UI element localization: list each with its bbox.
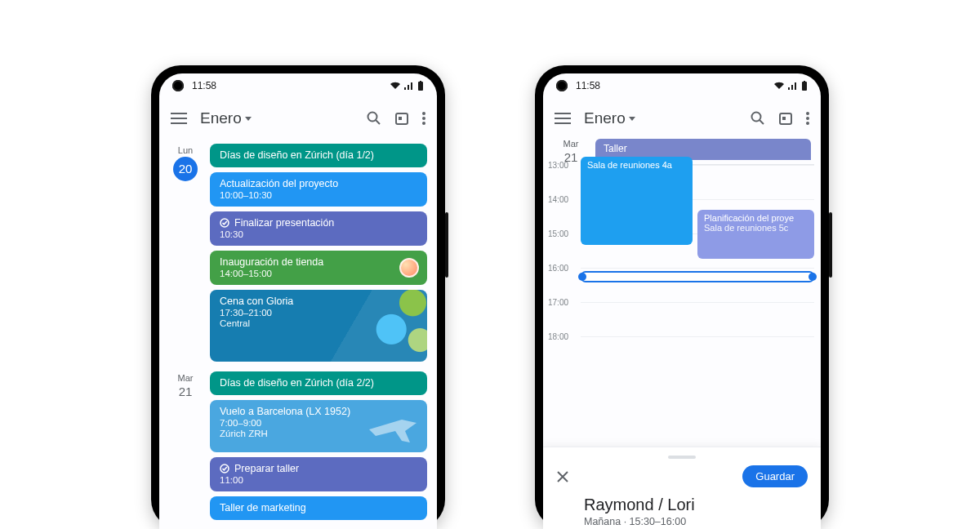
svg-point-6	[422, 117, 425, 120]
search-icon[interactable]	[751, 111, 765, 126]
hour-label: 18:00	[548, 332, 568, 341]
airplane-icon	[365, 405, 422, 448]
day-section: Lun20Días de diseño en Zúrich (día 1/2)A…	[167, 144, 427, 367]
svg-point-16	[806, 117, 809, 120]
check-circle-icon	[220, 218, 229, 228]
svg-point-5	[422, 112, 425, 115]
hour-label: 13:00	[548, 161, 568, 170]
allday-title: Taller	[604, 143, 627, 154]
svg-rect-11	[804, 81, 805, 82]
event-card[interactable]: Finalizar presentación10:30	[210, 211, 427, 246]
event-card[interactable]: Días de diseño en Zúrich (día 2/2)	[210, 371, 427, 395]
wifi-icon	[390, 82, 401, 90]
hour-line	[581, 336, 814, 337]
status-right	[773, 81, 808, 91]
save-button[interactable]: Guardar	[742, 465, 808, 487]
svg-rect-10	[802, 82, 807, 91]
event-card[interactable]: Actualización del proyecto10:00–10:30	[210, 172, 427, 207]
svg-point-7	[422, 122, 425, 125]
dom: 21	[167, 385, 203, 398]
status-time: 11:58	[192, 80, 216, 91]
day-label: Lun20	[167, 144, 203, 367]
hour-label: 15:00	[548, 229, 568, 238]
svg-rect-4	[399, 117, 402, 120]
event-card[interactable]: Taller de marketing	[210, 496, 427, 520]
svg-point-2	[368, 113, 377, 122]
hour-label: 14:00	[548, 195, 568, 204]
month-picker[interactable]: Enero	[200, 109, 252, 127]
event-title: Sala de reuniones 4a	[587, 160, 686, 170]
event-title: Días de diseño en Zúrich (día 1/2)	[220, 149, 417, 161]
month-picker[interactable]: Enero	[584, 109, 635, 127]
screen: 11:58 Enero Mar 21 Taller	[543, 73, 821, 529]
status-time: 11:58	[576, 80, 600, 91]
svg-rect-14	[782, 117, 786, 120]
time-selection[interactable]	[581, 271, 814, 282]
svg-point-12	[752, 113, 761, 122]
event-card[interactable]: Preparar taller11:00	[210, 457, 427, 491]
dow: Lun	[167, 145, 203, 155]
event-time: 10:00–10:30	[220, 190, 417, 200]
phone-left: 11:58 Enero Lun20Días de diseño en Zúric…	[151, 65, 445, 529]
hour-label: 16:00	[548, 264, 568, 273]
chevron-down-icon	[245, 117, 252, 121]
signal-icon	[404, 82, 414, 90]
schedule-list[interactable]: Lun20Días de diseño en Zúrich (día 1/2)A…	[159, 144, 437, 525]
hour-line	[581, 302, 814, 303]
dom: 20	[173, 157, 198, 181]
wifi-icon	[773, 82, 785, 90]
event-title: Finalizar presentación	[220, 217, 417, 229]
more-vert-icon[interactable]	[806, 112, 809, 125]
event-block[interactable]: Sala de reuniones 4a	[581, 157, 693, 245]
battery-icon	[417, 81, 424, 91]
event-time: 10:30	[220, 229, 417, 239]
phone-right: 11:58 Enero Mar 21 Taller	[535, 65, 829, 529]
day-label: Mar21	[167, 371, 203, 525]
app-bar: Enero	[543, 98, 821, 139]
hour-label: 17:00	[548, 298, 568, 307]
status-bar: 11:58	[543, 73, 821, 98]
close-icon[interactable]	[556, 470, 569, 483]
calendar-today-icon[interactable]	[394, 111, 409, 126]
sheet-handle[interactable]	[668, 456, 696, 459]
event-title: Inauguración de tienda	[220, 256, 417, 268]
event-title: Días de diseño en Zúrich (día 2/2)	[220, 377, 417, 389]
svg-rect-1	[420, 81, 421, 82]
hour-line	[581, 268, 814, 269]
menu-icon[interactable]	[555, 113, 571, 124]
event-card[interactable]: Días de diseño en Zúrich (día 1/2)	[210, 144, 427, 167]
status-bar: 11:58	[159, 73, 437, 98]
event-block[interactable]: Planificación del proyeSala de reuniones…	[697, 210, 814, 259]
menu-icon[interactable]	[171, 113, 187, 124]
event-title[interactable]: Raymond / Lori	[584, 496, 808, 514]
event-time[interactable]: Mañana · 15:30–16:00	[584, 516, 808, 527]
event-title: Actualización del proyecto	[220, 178, 417, 189]
events-col: Días de diseño en Zúrich (día 1/2)Actual…	[210, 144, 427, 367]
camera-hole-icon	[556, 80, 568, 91]
illustration-icon	[308, 290, 427, 362]
event-card[interactable]: Inauguración de tienda14:00–15:00	[210, 251, 427, 285]
day-grid[interactable]: 13:0014:0015:0016:0017:0018:00Sala de re…	[581, 164, 814, 368]
signal-icon	[788, 82, 798, 90]
event-sub: Sala de reuniones 5c	[704, 223, 808, 233]
dow: Mar	[553, 139, 589, 149]
events-col: Días de diseño en Zúrich (día 2/2)Vuelo …	[210, 371, 427, 525]
calendar-today-icon[interactable]	[778, 111, 793, 126]
battery-icon	[801, 81, 808, 91]
month-label: Enero	[200, 109, 242, 127]
search-icon[interactable]	[367, 111, 381, 126]
event-title: Taller de marketing	[220, 502, 417, 513]
app-bar: Enero	[159, 98, 437, 139]
save-label: Guardar	[755, 470, 795, 482]
event-card[interactable]: Vuelo a Barcelona (LX 1952)7:00–9:00Zúri…	[210, 400, 427, 452]
check-circle-icon	[220, 464, 229, 473]
event-card[interactable]: Cena con Gloria17:30–21:00Central	[210, 290, 427, 362]
chevron-down-icon	[629, 117, 635, 121]
event-create-sheet: Guardar Raymond / Lori Mañana · 15:30–16…	[543, 447, 821, 529]
event-time: 11:00	[220, 475, 417, 485]
event-title: Planificación del proye	[704, 213, 808, 223]
more-vert-icon[interactable]	[422, 112, 425, 125]
svg-point-15	[806, 112, 809, 115]
camera-hole-icon	[172, 80, 184, 91]
status-right	[390, 81, 424, 91]
